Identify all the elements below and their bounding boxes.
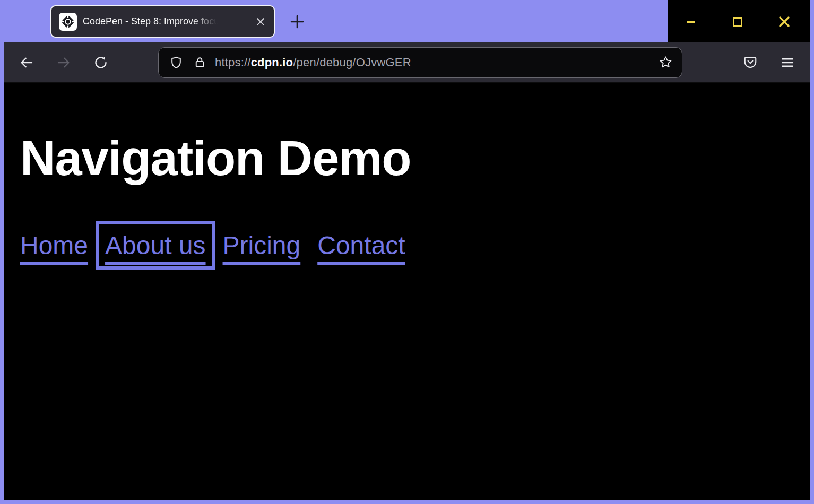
site-security-button[interactable]	[192, 55, 207, 71]
tracking-protection-button[interactable]	[168, 55, 184, 71]
close-icon	[777, 15, 791, 29]
plus-icon	[289, 14, 305, 30]
menu-button[interactable]	[776, 51, 799, 74]
minimize-button[interactable]	[679, 10, 703, 33]
tab-title: CodePen - Step 8: Improve focu	[83, 16, 219, 27]
new-tab-button[interactable]	[289, 13, 306, 30]
maximize-button[interactable]	[726, 10, 749, 33]
page-title: Navigation Demo	[20, 133, 810, 184]
titlebar: CodePen - Step 8: Improve focu	[0, 0, 814, 42]
star-icon	[659, 55, 673, 69]
back-button[interactable]	[15, 51, 38, 74]
hamburger-menu-icon	[780, 55, 795, 70]
close-window-button[interactable]	[773, 10, 796, 33]
page-content: Navigation Demo Home About us Pricing Co…	[4, 83, 810, 500]
nav-link-about-us[interactable]: About us	[105, 231, 205, 260]
bookmark-button[interactable]	[657, 55, 673, 71]
url-path: /pen/debug/OJvwGER	[293, 56, 411, 69]
maximize-icon	[731, 15, 744, 28]
window-controls	[668, 0, 810, 43]
browser-chrome: https://cdpn.io/pen/debug/OJvwGER	[4, 42, 810, 500]
nav-link-home[interactable]: Home	[20, 231, 88, 260]
forward-arrow-icon	[56, 55, 72, 71]
nav-link-contact[interactable]: Contact	[317, 231, 405, 260]
reload-button[interactable]	[89, 51, 112, 74]
url-bar[interactable]: https://cdpn.io/pen/debug/OJvwGER	[158, 47, 682, 78]
reload-icon	[93, 55, 109, 71]
site-navigation: Home About us Pricing Contact	[20, 231, 810, 260]
browser-window: CodePen - Step 8: Improve focu	[0, 0, 814, 504]
navigation-toolbar: https://cdpn.io/pen/debug/OJvwGER	[4, 42, 810, 83]
tab-close-button[interactable]	[255, 16, 266, 28]
codepen-icon	[60, 14, 75, 29]
url-domain: cdpn.io	[251, 56, 293, 69]
back-arrow-icon	[19, 55, 34, 71]
browser-tab[interactable]: CodePen - Step 8: Improve focu	[50, 5, 275, 38]
close-icon	[256, 17, 265, 27]
nav-link-pricing[interactable]: Pricing	[223, 231, 301, 260]
codepen-favicon	[59, 13, 77, 31]
url-text[interactable]: https://cdpn.io/pen/debug/OJvwGER	[215, 56, 650, 69]
forward-button[interactable]	[52, 51, 75, 74]
shield-icon	[169, 56, 183, 69]
minimize-icon	[685, 15, 697, 28]
pocket-button[interactable]	[739, 51, 762, 74]
url-scheme: https://	[215, 56, 251, 69]
lock-icon	[193, 56, 206, 69]
pocket-icon	[743, 55, 758, 70]
